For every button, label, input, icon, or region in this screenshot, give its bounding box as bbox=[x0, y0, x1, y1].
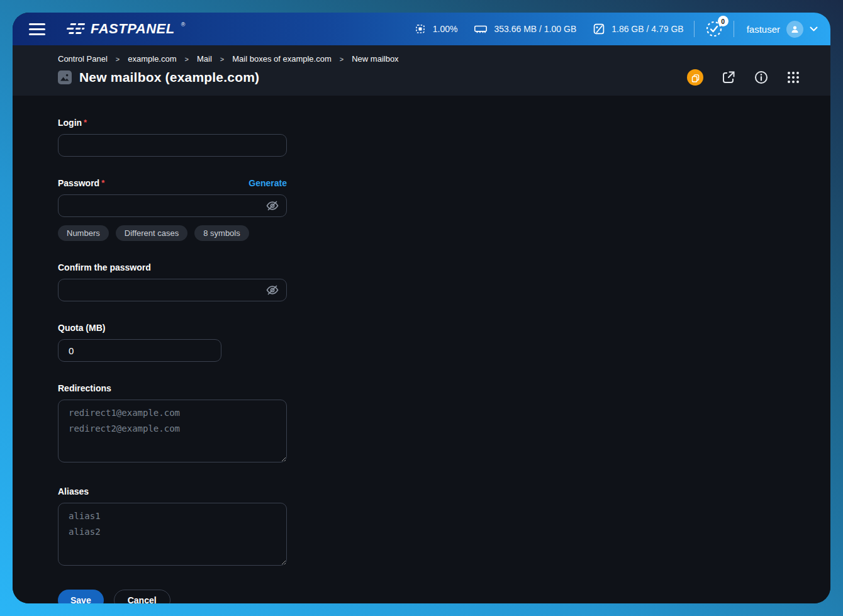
external-link-icon bbox=[721, 70, 736, 85]
info-button[interactable] bbox=[754, 70, 769, 85]
quota-input[interactable] bbox=[58, 339, 221, 362]
breadcrumb-item-mailboxes[interactable]: Mail boxes of example.com bbox=[232, 54, 332, 64]
username: fastuser bbox=[747, 24, 780, 35]
requirement-chip-symbols: 8 symbols bbox=[194, 225, 249, 241]
breadcrumb-separator: > bbox=[340, 55, 343, 63]
server-stats: 1.00% 353.66 MB / 1.00 GB 1.86 GB / 4.79… bbox=[414, 23, 684, 35]
requirement-chip-numbers: Numbers bbox=[58, 225, 109, 241]
user-menu[interactable]: fastuser bbox=[747, 21, 818, 38]
logo-sliders-icon bbox=[64, 21, 86, 36]
menu-icon[interactable] bbox=[29, 23, 45, 35]
picture-icon bbox=[58, 70, 72, 84]
info-icon bbox=[754, 70, 769, 85]
chevron-down-icon bbox=[810, 26, 818, 32]
save-button[interactable]: Save bbox=[58, 590, 104, 603]
logo-registered-mark: ® bbox=[181, 21, 186, 28]
breadcrumb-separator: > bbox=[185, 55, 189, 63]
avatar bbox=[786, 21, 803, 38]
breadcrumb-item-mail[interactable]: Mail bbox=[197, 54, 212, 64]
cpu-stat: 1.00% bbox=[414, 23, 458, 35]
requirement-chip-cases: Different cases bbox=[116, 225, 187, 241]
ram-stat: 353.66 MB / 1.00 GB bbox=[474, 23, 576, 35]
redirections-label: Redirections bbox=[58, 383, 111, 393]
required-mark: * bbox=[101, 178, 104, 188]
grid-dots-icon bbox=[786, 70, 800, 84]
breadcrumb-separator: > bbox=[220, 55, 224, 63]
breadcrumb-item-control-panel[interactable]: Control Panel bbox=[58, 54, 108, 64]
password-label: Password* bbox=[58, 178, 104, 188]
quota-label: Quota (MB) bbox=[58, 323, 105, 333]
login-label: Login* bbox=[58, 118, 87, 128]
copy-docs-button[interactable] bbox=[687, 69, 703, 86]
redirections-textarea[interactable] bbox=[58, 400, 287, 462]
generate-password-link[interactable]: Generate bbox=[248, 178, 287, 188]
open-external-button[interactable] bbox=[721, 70, 736, 85]
copy-icon bbox=[690, 72, 701, 83]
disk-stat: 1.86 GB / 4.79 GB bbox=[593, 23, 683, 35]
breadcrumb-item-domain[interactable]: example.com bbox=[128, 54, 176, 64]
confirm-password-input[interactable] bbox=[58, 279, 287, 301]
login-input[interactable] bbox=[58, 134, 287, 157]
aliases-textarea[interactable] bbox=[58, 503, 287, 566]
person-icon bbox=[790, 25, 800, 34]
cancel-button[interactable]: Cancel bbox=[114, 590, 170, 603]
cpu-value: 1.00% bbox=[433, 24, 458, 34]
password-requirements: Numbers Different cases 8 symbols bbox=[58, 225, 287, 241]
new-mailbox-form: Login* Password* Generate bbox=[13, 96, 830, 603]
cpu-icon bbox=[414, 23, 427, 35]
app-window: FASTPANEL® 1.00% 353.66 MB / 1.00 GB bbox=[13, 13, 830, 603]
fastpanel-logo[interactable]: FASTPANEL® bbox=[64, 21, 185, 36]
topbar-divider bbox=[734, 21, 734, 37]
apps-grid-button[interactable] bbox=[786, 70, 800, 84]
ram-value: 353.66 MB / 1.00 GB bbox=[494, 24, 576, 34]
page-title: New mailbox (example.com) bbox=[79, 70, 259, 85]
page-header: Control Panel > example.com > Mail > Mai… bbox=[13, 45, 830, 96]
top-bar: FASTPANEL® 1.00% 353.66 MB / 1.00 GB bbox=[13, 13, 830, 45]
logo-text: FASTPANEL bbox=[91, 21, 175, 36]
aliases-label: Aliases bbox=[58, 486, 89, 496]
breadcrumb: Control Panel > example.com > Mail > Mai… bbox=[58, 54, 800, 64]
password-input[interactable] bbox=[58, 194, 287, 217]
toggle-confirm-visibility-icon[interactable] bbox=[265, 283, 279, 297]
breadcrumb-separator: > bbox=[116, 55, 120, 63]
toggle-password-visibility-icon[interactable] bbox=[265, 199, 279, 213]
breadcrumb-item-new-mailbox[interactable]: New mailbox bbox=[352, 54, 398, 64]
disk-value: 1.86 GB / 4.79 GB bbox=[611, 24, 683, 34]
tasks-count-badge: 0 bbox=[718, 16, 729, 26]
topbar-divider bbox=[694, 21, 695, 37]
header-actions bbox=[687, 69, 800, 86]
ram-icon bbox=[474, 23, 488, 35]
required-mark: * bbox=[84, 118, 87, 127]
confirm-password-label: Confirm the password bbox=[58, 262, 151, 272]
tasks-button[interactable]: 0 bbox=[705, 20, 723, 38]
disk-icon bbox=[593, 23, 605, 35]
